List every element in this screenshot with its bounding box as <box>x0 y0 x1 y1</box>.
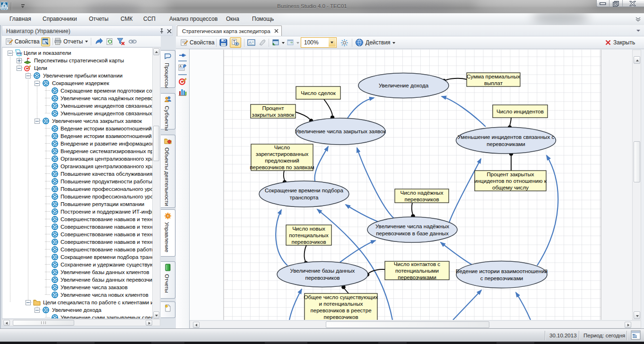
svg-text:потенциальными: потенциальными <box>395 267 439 274</box>
svg-text:перевозчиками: перевозчиками <box>487 141 525 147</box>
svg-text:A: A <box>249 40 252 45</box>
svg-text:выплат: выплат <box>484 80 503 86</box>
svg-text:Число сделок: Число сделок <box>301 90 336 96</box>
svg-text:Число инцидентов: Число инцидентов <box>496 108 544 114</box>
svg-text:перевозчиками: перевозчиками <box>398 274 436 280</box>
svg-text:перевозчиков: перевозчиков <box>323 314 358 320</box>
svg-text:зарегистрированных: зарегистрированных <box>256 151 309 157</box>
svg-text:инцидентов по отношению к: инцидентов по отношению к <box>474 178 547 184</box>
svg-text:перевозчиков: перевозчиков <box>291 239 326 245</box>
svg-text:с перевозчиками: с перевозчиками <box>480 275 523 281</box>
svg-text:закрытых заявок: закрытых заявок <box>252 112 295 118</box>
svg-text:потенциальных: потенциальных <box>289 232 329 238</box>
svg-text:перевозчиков в реестре: перевозчиков в реестре <box>310 307 371 313</box>
svg-text:Увеличение числа надёжных: Увеличение числа надёжных <box>375 223 449 229</box>
svg-text:Уменьшение инцидентов связанны: Уменьшение инцидентов связанных с <box>458 134 555 140</box>
svg-text:перевозчиков: перевозчиков <box>305 275 339 281</box>
svg-text:общему числу: общему числу <box>492 184 529 190</box>
svg-text:предложений: предложений <box>265 157 299 163</box>
svg-text:A: A <box>180 65 182 68</box>
svg-text:перевозчиков: перевозчиков <box>404 196 439 202</box>
svg-text:Увеличение дохода: Увеличение дохода <box>379 82 429 88</box>
svg-text:Число надёжных: Число надёжных <box>400 189 444 196</box>
svg-text:и потенциальных: и потенциальных <box>319 301 363 307</box>
svg-text:Процент: Процент <box>262 105 285 111</box>
svg-text:Увеличение базы данных: Увеличение базы данных <box>290 267 355 274</box>
svg-text:Число контактов с: Число контактов с <box>394 261 440 267</box>
svg-text:Ведение истории взаимоотношени: Ведение истории взаимоотношений <box>456 268 548 274</box>
svg-text:перевозчиков в базе данных: перевозчиков в базе данных <box>376 230 449 236</box>
svg-text:Сумма премиальных: Сумма премиальных <box>467 73 520 79</box>
svg-text:транспорта: транспорта <box>290 194 319 200</box>
svg-text:Процент закрытых: Процент закрытых <box>487 171 534 177</box>
svg-text:BSC: BSC <box>17 52 22 55</box>
svg-text:перевозчиков по заявкам: перевозчиков по заявкам <box>250 164 314 170</box>
svg-text:Сокращение времени подбора: Сокращение времени подбора <box>265 187 344 193</box>
svg-text:Увеличение числа закрытых заяв: Увеличение числа закрытых заявок <box>295 128 386 134</box>
svg-text:Число новых: Число новых <box>292 225 325 232</box>
svg-text:Число: Число <box>274 144 290 150</box>
svg-text:Общее число существующих: Общее число существующих <box>304 294 378 300</box>
